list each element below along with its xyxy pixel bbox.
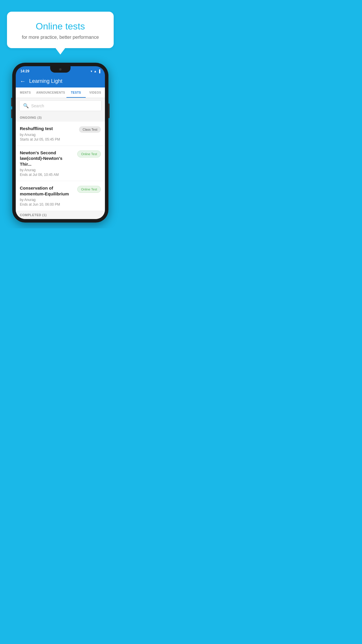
test-list: Reshuffling test by Anurag Starts at Jul…: [16, 122, 105, 219]
test-time-2: Ends at Jul 06, 10:45 AM: [20, 173, 75, 177]
speech-bubble: Online tests for more practice, better p…: [7, 12, 114, 48]
test-badge-2: Online Test: [77, 150, 101, 158]
tab-assignments[interactable]: MENTS: [16, 88, 35, 98]
tab-videos[interactable]: VIDEOS: [86, 88, 105, 98]
test-item-2[interactable]: Newton's Second law(contd)-Newton's Thir…: [16, 146, 105, 181]
test-author-2: by Anurag: [20, 168, 75, 172]
search-input[interactable]: Search: [31, 104, 44, 108]
tab-announcements[interactable]: ANNOUNCEMENTS: [35, 88, 66, 98]
test-name-1: Reshuffling test: [20, 126, 77, 132]
search-bar: 🔍 Search: [16, 98, 105, 113]
phone-screen: 14:29 ▾ ▲ ▐ ← Learning Light MENTS ANNOU…: [16, 66, 105, 219]
bubble-title: Online tests: [15, 21, 106, 32]
test-info-3: Conservation of momentum-Equilibrium by …: [20, 185, 77, 206]
volume-down-button: [11, 109, 12, 118]
test-badge-1: Class Test: [79, 126, 101, 133]
app-title: Learning Light: [29, 78, 62, 84]
test-item-3[interactable]: Conservation of momentum-Equilibrium by …: [16, 181, 105, 211]
camera: [59, 68, 61, 71]
status-time: 14:29: [20, 69, 29, 73]
phone-mockup: 14:29 ▾ ▲ ▐ ← Learning Light MENTS ANNOU…: [0, 63, 121, 228]
test-name-3: Conservation of momentum-Equilibrium: [20, 185, 75, 197]
search-input-wrapper[interactable]: 🔍 Search: [19, 100, 101, 111]
signal-icon: ▲: [94, 69, 97, 73]
notch: [50, 66, 71, 73]
test-time-1: Starts at Jul 05, 05:45 PM: [20, 137, 77, 141]
test-info-2: Newton's Second law(contd)-Newton's Thir…: [20, 150, 77, 177]
phone-frame: 14:29 ▾ ▲ ▐ ← Learning Light MENTS ANNOU…: [12, 63, 108, 223]
search-icon: 🔍: [23, 103, 29, 108]
back-button[interactable]: ←: [20, 78, 26, 85]
status-icons: ▾ ▲ ▐: [91, 69, 100, 73]
volume-up-button: [11, 98, 12, 106]
bubble-subtitle: for more practice, better performance: [15, 35, 106, 40]
tab-tests[interactable]: TESTS: [66, 88, 86, 98]
test-badge-3: Online Test: [77, 186, 101, 193]
test-author-1: by Anurag: [20, 133, 77, 137]
tab-bar: MENTS ANNOUNCEMENTS TESTS VIDEOS: [16, 88, 105, 98]
ongoing-label: ONGOING (3): [16, 113, 105, 122]
wifi-icon: ▾: [91, 69, 92, 73]
app-bar: ← Learning Light: [16, 75, 105, 88]
promo-section: Online tests for more practice, better p…: [0, 0, 121, 48]
test-author-3: by Anurag: [20, 198, 75, 202]
power-button: [108, 104, 110, 118]
test-info-1: Reshuffling test by Anurag Starts at Jul…: [20, 126, 79, 141]
test-time-3: Ends at Jun 10, 06:00 PM: [20, 202, 75, 206]
test-name-2: Newton's Second law(contd)-Newton's Thir…: [20, 150, 75, 167]
battery-icon: ▐: [98, 69, 100, 73]
test-item-1[interactable]: Reshuffling test by Anurag Starts at Jul…: [16, 122, 105, 146]
completed-label: COMPLETED (1): [16, 211, 105, 219]
